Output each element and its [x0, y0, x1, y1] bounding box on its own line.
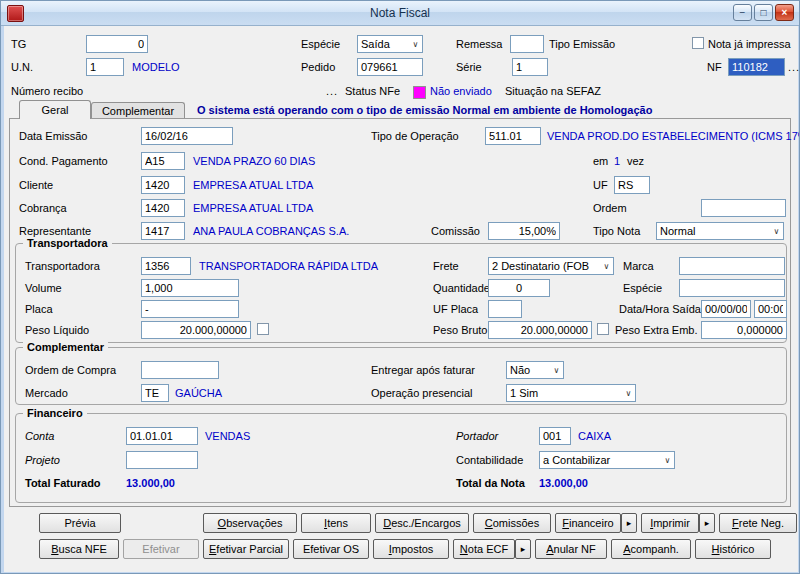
- pedido-label: Pedido: [301, 61, 335, 73]
- numero-recibo-label: Número recibo: [11, 85, 83, 97]
- especie-emb-label: Espécie: [623, 282, 662, 294]
- efetivar-os-button[interactable]: Efetivar OS: [293, 539, 369, 559]
- volume-input[interactable]: [141, 279, 239, 297]
- tg-label: TG: [11, 38, 26, 50]
- tipo-nota-select[interactable]: Normal ∨: [656, 222, 784, 240]
- total-faturado-value: 13.000,00: [126, 477, 175, 489]
- imprimir-menu-arrow-icon[interactable]: ▸: [699, 513, 715, 533]
- em-label: em: [593, 155, 608, 167]
- tg-input[interactable]: [86, 35, 148, 53]
- contabilidade-select[interactable]: a Contabilizar ∨: [539, 451, 675, 469]
- acompanh-button[interactable]: Acompanh.: [611, 539, 691, 559]
- busca-nfe-button[interactable]: Busca NFE: [39, 539, 119, 559]
- especie-emb-input[interactable]: [679, 279, 785, 297]
- nota-ecf-menu-arrow-icon[interactable]: ▸: [515, 539, 531, 559]
- vez-label: vez: [627, 155, 644, 167]
- pedido-input[interactable]: [357, 58, 423, 76]
- maximize-icon[interactable]: □: [754, 4, 773, 21]
- serie-input[interactable]: [512, 58, 548, 76]
- hora-saida-input[interactable]: [754, 300, 787, 318]
- peso-bruto-input[interactable]: [488, 321, 592, 339]
- frete-value: 2 Destinatario (FOB: [492, 260, 589, 272]
- peso-extra-input[interactable]: [701, 321, 787, 339]
- nota-ja-impressa-checkbox[interactable]: [692, 37, 704, 49]
- previa-button[interactable]: Prévia: [39, 513, 121, 533]
- tipo-operacao-input[interactable]: [485, 127, 541, 145]
- quantidade-input[interactable]: [488, 279, 550, 297]
- uf-placa-input[interactable]: [488, 300, 522, 318]
- remessa-input[interactable]: [510, 35, 544, 53]
- quantidade-label: Quantidade: [433, 282, 490, 294]
- peso-bruto-checkbox[interactable]: [597, 323, 609, 335]
- nota-ecf-button[interactable]: Nota ECF: [453, 539, 515, 559]
- representante-desc: ANA PAULA COBRANÇAS S.A.: [193, 225, 349, 237]
- minimize-icon[interactable]: −: [733, 4, 752, 21]
- operacao-presencial-value: 1 Sim: [510, 387, 538, 399]
- recibo-more-button[interactable]: ...: [326, 85, 338, 97]
- marca-label: Marca: [623, 260, 654, 272]
- uf-input[interactable]: [614, 176, 650, 194]
- observacoes-button[interactable]: Observações: [203, 513, 297, 533]
- tipo-operacao-label: Tipo de Operação: [371, 130, 459, 142]
- especie-select[interactable]: Saída ∨: [357, 35, 423, 53]
- cond-pagamento-input[interactable]: [141, 152, 185, 170]
- mercado-input[interactable]: [141, 384, 169, 402]
- operacao-presencial-select[interactable]: 1 Sim ∨: [506, 384, 636, 402]
- projeto-label: Projeto: [25, 454, 60, 466]
- total-da-nota-label: Total da Nota: [456, 477, 525, 489]
- financeiro-button[interactable]: Financeiro: [555, 513, 621, 533]
- transportadora-input[interactable]: [141, 257, 191, 275]
- close-icon[interactable]: ×: [775, 4, 794, 21]
- entregar-apos-faturar-label: Entregar após faturar: [371, 364, 475, 376]
- nf-input[interactable]: [728, 58, 785, 76]
- operacao-presencial-label: Operação presencial: [371, 387, 473, 399]
- cond-pagamento-desc: VENDA PRAZO 60 DIAS: [193, 155, 315, 167]
- representante-input[interactable]: [141, 222, 185, 240]
- cond-pagamento-label: Cond. Pagamento: [19, 155, 108, 167]
- comissoes-button[interactable]: Comissões: [473, 513, 551, 533]
- title-bar: Nota Fiscal − □ ×: [1, 1, 799, 26]
- transportadora-desc: TRANSPORTADORA RÁPIDA LTDA: [199, 260, 378, 272]
- cobranca-desc: EMPRESA ATUAL LTDA: [193, 202, 313, 214]
- window-controls: − □ ×: [733, 4, 794, 21]
- itens-button[interactable]: Itens: [301, 513, 371, 533]
- financeiro-menu-arrow-icon[interactable]: ▸: [621, 513, 637, 533]
- data-saida-input[interactable]: [701, 300, 751, 318]
- conta-input[interactable]: [126, 427, 198, 445]
- marca-input[interactable]: [679, 257, 785, 275]
- projeto-input[interactable]: [126, 451, 198, 469]
- ordem-compra-input[interactable]: [141, 361, 219, 379]
- peso-bruto-label: Peso Bruto: [433, 324, 487, 336]
- historico-button[interactable]: Histórico: [695, 539, 771, 559]
- portador-input[interactable]: [539, 427, 571, 445]
- ordem-compra-label: Ordem de Compra: [25, 364, 116, 376]
- desc-encargos-button[interactable]: Desc./Encargos: [375, 513, 469, 533]
- cliente-label: Cliente: [19, 179, 53, 191]
- portador-label: Portador: [456, 430, 498, 442]
- comissao-input[interactable]: [488, 222, 560, 240]
- cliente-input[interactable]: [141, 176, 185, 194]
- tab-complementar[interactable]: Complementar: [91, 102, 185, 118]
- uf-label: UF: [593, 179, 608, 191]
- un-label: U.N.: [11, 61, 33, 73]
- peso-liquido-checkbox[interactable]: [257, 323, 269, 335]
- placa-input[interactable]: [141, 300, 239, 318]
- contabilidade-label: Contabilidade: [456, 454, 523, 466]
- un-input[interactable]: [86, 58, 124, 76]
- tab-geral[interactable]: Geral: [19, 100, 91, 119]
- cobranca-label: Cobrança: [19, 202, 67, 214]
- data-emissao-input[interactable]: [141, 127, 233, 145]
- impostos-button[interactable]: Impostos: [373, 539, 449, 559]
- anular-nf-button[interactable]: Anular NF: [535, 539, 607, 559]
- imprimir-button[interactable]: Imprimir: [641, 513, 699, 533]
- ordem-input[interactable]: [701, 199, 786, 217]
- cobranca-input[interactable]: [141, 199, 185, 217]
- peso-liquido-input[interactable]: [141, 321, 251, 339]
- status-nfe-label: Status NFe: [345, 85, 400, 97]
- frete-neg-button[interactable]: Frete Neg.: [719, 513, 797, 533]
- frete-select[interactable]: 2 Destinatario (FOB ∨: [488, 257, 614, 275]
- efetivar-button[interactable]: Efetivar: [123, 539, 199, 559]
- nf-more-button[interactable]: ...: [788, 61, 800, 73]
- efetivar-parcial-button[interactable]: Efetivar Parcial: [203, 539, 289, 559]
- entregar-apos-faturar-select[interactable]: Não ∨: [506, 361, 564, 379]
